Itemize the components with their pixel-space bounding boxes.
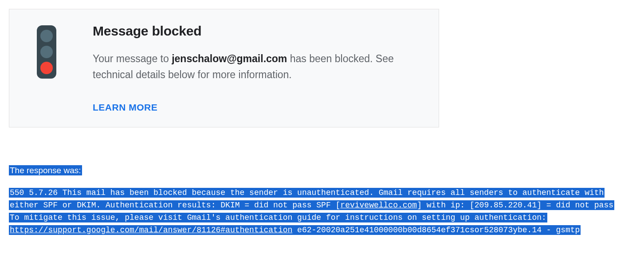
response-domain-link[interactable]: revivewellco.com bbox=[340, 201, 417, 210]
response-line-1: 550 5.7.26 This mail has been blocked be… bbox=[9, 188, 605, 198]
learn-more-link[interactable]: LEARN MORE bbox=[93, 102, 157, 113]
response-line-2-prefix: either SPF or DKIM. Authentication resul… bbox=[10, 201, 340, 210]
recipient-email: jenschalow@gmail.com bbox=[172, 53, 287, 64]
response-section: The response was: 550 5.7.26 This mail h… bbox=[9, 166, 635, 237]
card-description: Your message to jenschalow@gmail.com has… bbox=[93, 51, 421, 83]
svg-point-1 bbox=[40, 30, 53, 42]
response-body: 550 5.7.26 This mail has been blocked be… bbox=[9, 187, 635, 237]
response-label: The response was: bbox=[9, 165, 82, 175]
card-title: Message blocked bbox=[93, 24, 421, 39]
response-line-2-suffix: ] with ip: [209.85.220.41] = did not pas… bbox=[417, 201, 613, 210]
card-content: Message blocked Your message to jenschal… bbox=[93, 24, 421, 113]
response-line-3: To mitigate this issue, please visit Gma… bbox=[9, 213, 547, 222]
message-blocked-card: Message blocked Your message to jenschal… bbox=[9, 9, 439, 127]
svg-point-2 bbox=[40, 46, 53, 58]
response-line-4-suffix: e62-20020a251e41000000b00d8654ef371csor5… bbox=[292, 226, 580, 234]
svg-point-3 bbox=[40, 62, 53, 74]
response-support-link[interactable]: https://support.google.com/mail/answer/8… bbox=[10, 226, 292, 234]
description-prefix: Your message to bbox=[93, 53, 172, 64]
traffic-light-icon bbox=[34, 25, 59, 80]
